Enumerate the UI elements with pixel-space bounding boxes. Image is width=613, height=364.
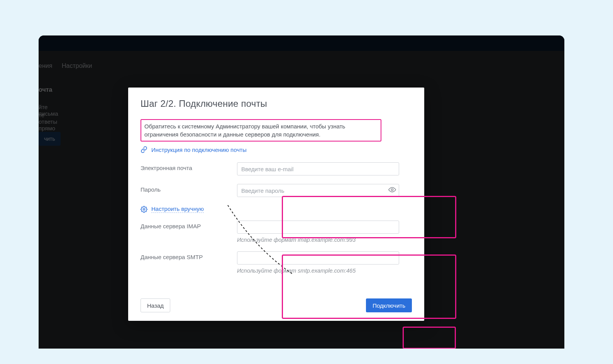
smtp-hint: Используйте формат smtp.example.com:465 [237,268,412,274]
password-label: Пароль [141,184,229,193]
svg-point-1 [143,208,145,210]
connect-form: Электронная почта Пароль [141,162,412,274]
imap-label: Данные сервера IMAP [141,221,229,229]
email-input[interactable] [237,162,399,175]
email-connect-modal: Шаг 2/2. Подключение почты Обратитесь к … [128,88,424,321]
back-button[interactable]: Назад [141,298,170,312]
password-input[interactable] [237,184,399,197]
admin-info-note: Обратитесь к системному Администратору в… [141,119,381,142]
svg-point-0 [391,189,393,191]
gear-icon [141,206,147,213]
app-window: ения Настройки очта йте письма те ответы… [39,35,564,349]
smtp-input[interactable] [237,251,399,265]
smtp-label: Данные сервера SMTP [141,251,229,260]
manual-config-row[interactable]: Настроить вручную [141,206,412,213]
eye-icon[interactable] [388,186,396,195]
imap-input[interactable] [237,221,399,234]
email-label: Электронная почта [141,162,229,171]
instruction-link[interactable]: Инструкция по подключению почты [151,147,247,153]
imap-hint: Используйте формат imap.example.com:993 [237,237,412,243]
manual-config-link[interactable]: Настроить вручную [151,206,204,213]
modal-title: Шаг 2/2. Подключение почты [141,98,412,109]
modal-footer: Назад Подключить [141,298,412,312]
instruction-link-row[interactable]: Инструкция по подключению почты [141,146,412,153]
link-icon [141,146,147,153]
submit-button[interactable]: Подключить [366,298,412,312]
